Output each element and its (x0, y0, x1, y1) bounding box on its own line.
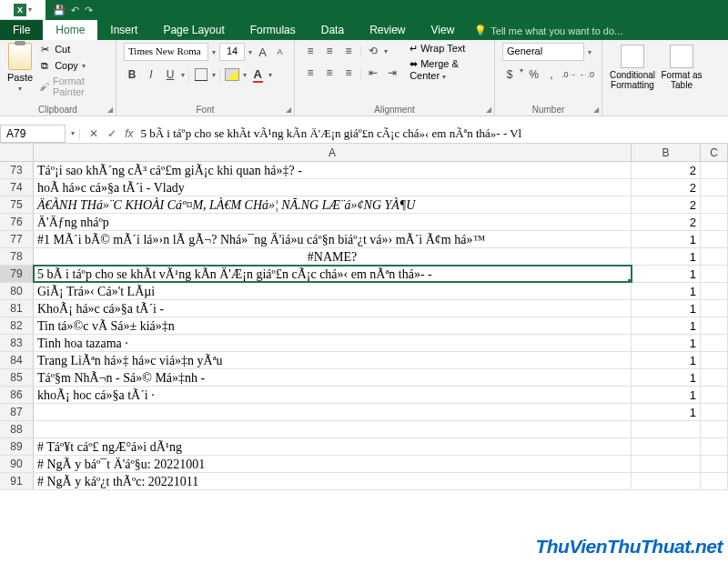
row-header[interactable]: 91 (0, 473, 34, 489)
cell[interactable]: # Táº¥t cáº£ ngÆ°á»i dÃ¹ng (34, 438, 632, 455)
orientation-icon[interactable]: ⟲ (365, 43, 381, 59)
col-header-B[interactable]: B (632, 144, 701, 161)
row-header[interactable]: 87 (0, 404, 34, 420)
cell[interactable] (701, 404, 728, 420)
cell[interactable]: Ä'Äƒng nháº­p (34, 214, 632, 230)
comma-icon[interactable]: , (544, 66, 559, 83)
cell[interactable] (701, 438, 728, 455)
row-header[interactable]: 74 (0, 179, 34, 196)
cell[interactable] (701, 369, 728, 386)
alignment-launcher-icon[interactable]: ◢ (486, 106, 491, 114)
row-header[interactable]: 90 (0, 456, 34, 472)
tab-view[interactable]: View (419, 20, 468, 40)
cell[interactable] (632, 438, 701, 455)
copy-button[interactable]: ⧉Copy▾ (38, 59, 108, 72)
font-color-button[interactable]: A (249, 66, 266, 83)
cell[interactable]: Táº¡i sao khÃ´ng cÃ³ cáº£m giÃ¡c khi qua… (34, 162, 632, 178)
paste-button[interactable]: Paste ▾ (7, 43, 33, 97)
cell[interactable]: Ä€ÀNH THá»¨C KHOÀI Cáº¤M, LÀ€M CHá»¦ NĂ.… (34, 196, 632, 213)
decrease-indent-icon[interactable]: ⇤ (365, 65, 381, 81)
cell[interactable]: 1 (632, 248, 701, 265)
name-box[interactable]: A79 (0, 125, 66, 143)
align-middle-icon[interactable]: ≡ (321, 43, 338, 59)
cell[interactable]: 1 (632, 387, 701, 403)
cell[interactable] (701, 456, 728, 472)
tab-formulas[interactable]: Formulas (238, 20, 308, 40)
row-header[interactable]: 89 (0, 438, 34, 455)
cell[interactable]: Táº§m NhÃ¬n - Sá»© Má»‡nh - (34, 369, 632, 386)
save-icon[interactable]: 💾 (53, 5, 66, 16)
cell[interactable] (701, 387, 728, 403)
increase-decimal-icon[interactable]: .0→ (561, 66, 577, 83)
underline-button[interactable]: U (162, 66, 178, 83)
tab-page-layout[interactable]: Page Layout (150, 20, 237, 40)
cell[interactable]: KhoÃ¡ há»c cá»§a tÃ´i - (34, 300, 632, 317)
percent-icon[interactable]: % (526, 66, 541, 83)
row-header[interactable]: 88 (0, 421, 34, 437)
row-header[interactable]: 79 (0, 266, 34, 282)
cell[interactable] (701, 283, 728, 299)
formula-input[interactable]: 5 bÃ i táº­p cho se khÃ­t vÃ¹ng kÃ­n Ä'Æ… (136, 125, 728, 143)
row-header[interactable]: 73 (0, 162, 34, 178)
cell[interactable]: 2 (632, 214, 701, 230)
cell[interactable] (701, 352, 728, 368)
merge-center-button[interactable]: ⬌ Merge & Center ▾ (410, 58, 487, 81)
cell[interactable] (701, 266, 728, 282)
undo-icon[interactable]: ↶ (71, 5, 79, 16)
cut-button[interactable]: ✂Cut (38, 43, 108, 55)
font-launcher-icon[interactable]: ◢ (286, 106, 291, 114)
decrease-decimal-icon[interactable]: ←.0 (580, 66, 595, 83)
cell[interactable] (34, 404, 632, 420)
align-right-icon[interactable]: ≡ (340, 65, 357, 81)
cell[interactable]: 1 (632, 283, 701, 299)
align-top-icon[interactable]: ≡ (302, 43, 318, 59)
cell[interactable] (34, 421, 632, 437)
row-header[interactable]: 77 (0, 231, 34, 247)
fill-color-button[interactable] (224, 66, 240, 83)
font-size-select[interactable]: 14 (219, 43, 245, 61)
format-painter-button[interactable]: 🖌Format Painter (38, 75, 108, 97)
cell[interactable]: 1 (632, 352, 701, 368)
qat-arrow-icon[interactable]: ▾ (28, 5, 32, 14)
number-format-select[interactable]: General (502, 43, 584, 61)
row-header[interactable]: 86 (0, 387, 34, 403)
cell[interactable]: hoÃ há»c cá»§a tÃ´i - Vlady (34, 179, 632, 196)
cell[interactable] (701, 162, 728, 178)
tab-home[interactable]: Home (43, 20, 97, 40)
enter-formula-icon[interactable]: ✓ (103, 127, 121, 140)
cell[interactable]: 1 (632, 404, 701, 420)
bold-button[interactable]: B (124, 66, 140, 83)
cell[interactable]: #NAME? (34, 248, 632, 265)
cell[interactable]: 5 bÃ i táº­p cho se khÃ­t vÃ¹ng kÃ­n Ä'Æ… (34, 266, 632, 282)
cell[interactable]: Trang LiÃªn há»‡ há»c viá»‡n yÃªu (34, 352, 632, 368)
row-header[interactable]: 76 (0, 214, 34, 230)
tab-file[interactable]: File (0, 20, 43, 40)
row-header[interactable]: 75 (0, 196, 34, 213)
align-left-icon[interactable]: ≡ (302, 65, 318, 81)
cell[interactable]: 2 (632, 179, 701, 196)
cell[interactable]: 1 (632, 231, 701, 247)
cell[interactable] (701, 300, 728, 317)
cell[interactable]: Tinh hoa tazama · (34, 335, 632, 351)
row-header[interactable]: 78 (0, 248, 34, 265)
cell[interactable] (701, 421, 728, 437)
row-header[interactable]: 84 (0, 352, 34, 368)
cell[interactable] (701, 248, 728, 265)
cell[interactable]: # NgÃ y káº¿t thÃºc: 20221011 (34, 473, 632, 489)
wrap-text-button[interactable]: ↵ Wrap Text (410, 43, 487, 55)
cell[interactable] (632, 473, 701, 489)
cell[interactable] (701, 196, 728, 213)
cell[interactable]: 1 (632, 266, 701, 282)
cancel-formula-icon[interactable]: ✕ (85, 127, 103, 140)
cell[interactable]: 2 (632, 162, 701, 178)
cell[interactable]: 1 (632, 300, 701, 317)
cell[interactable] (701, 335, 728, 351)
cell[interactable]: # NgÃ y báº¯t Ä'áº§u: 20221001 (34, 456, 632, 472)
tab-data[interactable]: Data (308, 20, 357, 40)
decrease-font-icon[interactable]: A (273, 44, 287, 60)
cell[interactable]: 1 (632, 369, 701, 386)
cell[interactable]: #1 MÃ´i bÃ© mÃ´i lá»›n lÃ gÃ¬? Nhá»¯ng Ä… (34, 231, 632, 247)
tab-review[interactable]: Review (357, 20, 418, 40)
cell[interactable]: GiÃ¡ Trá»‹ Cá»'t LÃµi (34, 283, 632, 299)
row-header[interactable]: 83 (0, 335, 34, 351)
